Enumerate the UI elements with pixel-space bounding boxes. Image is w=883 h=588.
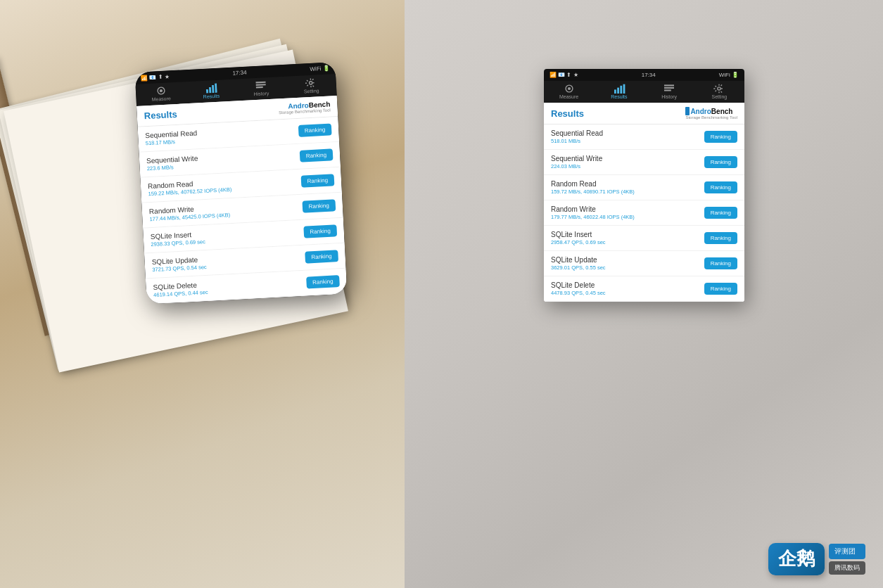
- right-status-right: WiFi 🔋: [719, 72, 739, 78]
- tencent-sub-2: 腾讯数码: [829, 561, 865, 575]
- left-ranking-btn-5[interactable]: Ranking: [305, 250, 338, 263]
- left-ranking-btn-0[interactable]: Ranking: [298, 123, 331, 136]
- svg-rect-18: [664, 89, 671, 91]
- right-result-row-1: Sequential Write 224.03 MB/s Ranking: [544, 150, 744, 175]
- right-status-bar: 📶 📧 ⬆ ★ 17:34 WiFi 🔋: [544, 69, 744, 81]
- left-phone: 📶 📧 ⬆ ★ 17:34 WiFi 🔋 Measure Results His…: [135, 62, 355, 305]
- left-nav-results[interactable]: Results: [186, 82, 236, 100]
- right-nav-measure-label: Measure: [559, 94, 578, 99]
- right-ranking-btn-4[interactable]: Ranking: [704, 232, 737, 244]
- left-nav-setting-label: Setting: [304, 88, 319, 94]
- right-results-title: Results: [551, 108, 584, 119]
- tencent-sub-logos: 评测团 腾讯数码: [829, 544, 865, 575]
- setting-icon: [305, 77, 318, 88]
- svg-point-19: [718, 87, 720, 90]
- left-ranking-btn-3[interactable]: Ranking: [302, 199, 336, 212]
- right-result-row-6: SQLite Delete 4478.93 QPS, 0.45 sec Rank…: [544, 276, 744, 302]
- left-status-left: 📶 📧 ⬆ ★: [141, 73, 170, 81]
- right-row-info-5: SQLite Update 3629.01 QPS, 0.55 sec: [551, 256, 606, 271]
- right-row-value-2: 159.72 MB/s, 40890.71 IOPS (4KB): [551, 188, 635, 195]
- right-result-row-3: Random Write 179.77 MB/s, 46022.48 IOPS …: [544, 200, 744, 226]
- right-row-value-0: 518.01 MB/s: [551, 138, 603, 144]
- right-nav-history-label: History: [661, 94, 677, 99]
- right-row-name-2: Random Read: [551, 180, 635, 188]
- right-ranking-btn-3[interactable]: Ranking: [704, 207, 737, 219]
- left-ranking-btn-1[interactable]: Ranking: [299, 148, 333, 162]
- svg-point-9: [310, 82, 312, 84]
- results-icon: [204, 83, 217, 94]
- right-setting-icon: [713, 84, 725, 94]
- svg-rect-12: [614, 89, 616, 94]
- left-nav-history-label: History: [253, 91, 269, 96]
- right-nav-setting-label: Setting: [711, 94, 727, 99]
- right-row-value-5: 3629.01 QPS, 0.55 sec: [551, 264, 606, 271]
- left-nav-setting[interactable]: Setting: [286, 77, 336, 95]
- left-row-info-2: Random Read 159.22 MB/s, 40762.52 IOPS (…: [148, 178, 232, 197]
- right-row-value-6: 4478.93 QPS, 0.45 sec: [551, 290, 606, 296]
- right-nav-history[interactable]: History: [644, 84, 694, 99]
- right-nav-setting[interactable]: Setting: [694, 84, 744, 99]
- right-result-row-5: SQLite Update 3629.01 QPS, 0.55 sec Rank…: [544, 251, 744, 276]
- right-logo-dot: [685, 107, 690, 115]
- left-ranking-btn-4[interactable]: Ranking: [303, 224, 337, 238]
- tencent-main-logo: 企鹅: [768, 543, 825, 575]
- right-row-info-6: SQLite Delete 4478.93 QPS, 0.45 sec: [551, 281, 606, 296]
- right-row-value-1: 224.03 MB/s: [551, 163, 602, 170]
- measure-icon: [154, 86, 167, 96]
- svg-rect-2: [206, 89, 208, 94]
- left-nav-history[interactable]: History: [236, 79, 286, 98]
- left-row-info-3: Random Write 177.44 MB/s, 45425.0 IOPS (…: [149, 203, 231, 222]
- right-status-left: 📶 📧 ⬆ ★: [550, 72, 578, 78]
- left-nav-measure[interactable]: Measure: [136, 84, 186, 103]
- right-history-icon: [663, 84, 675, 94]
- tencent-sub-1: 评测团: [829, 544, 865, 559]
- left-nav-measure-label: Measure: [151, 96, 171, 101]
- svg-rect-14: [620, 86, 622, 94]
- right-row-name-3: Random Write: [551, 205, 635, 213]
- right-ranking-btn-1[interactable]: Ranking: [704, 156, 737, 168]
- right-result-row-0: Sequential Read 518.01 MB/s Ranking: [544, 124, 744, 150]
- left-status-time: 17:34: [232, 70, 246, 77]
- right-ranking-btn-0[interactable]: Ranking: [704, 131, 737, 143]
- left-status-right: WiFi 🔋: [310, 65, 330, 72]
- right-status-time: 17:34: [642, 72, 656, 78]
- right-logo-name: AndroBench: [685, 107, 737, 115]
- svg-rect-5: [215, 84, 217, 93]
- right-row-value-4: 2958.47 QPS, 0.69 sec: [551, 239, 606, 245]
- svg-rect-6: [256, 82, 266, 84]
- right-row-name-6: SQLite Delete: [551, 281, 606, 289]
- right-row-name-1: Sequential Write: [551, 155, 602, 162]
- right-row-name-5: SQLite Update: [551, 256, 606, 264]
- right-row-info-3: Random Write 179.77 MB/s, 46022.48 IOPS …: [551, 205, 635, 220]
- right-logo-black: Bench: [711, 108, 733, 115]
- left-row-info-6: SQLite Delete 4619.14 QPS, 0.44 sec: [153, 281, 208, 298]
- left-logo: AndroBench Storage Benchmarking Tool: [279, 100, 331, 115]
- right-result-rows: Sequential Read 518.01 MB/s Ranking Sequ…: [544, 124, 744, 302]
- svg-rect-8: [256, 87, 263, 89]
- svg-point-11: [568, 87, 571, 90]
- left-results-title: Results: [144, 109, 177, 121]
- left-ranking-btn-2[interactable]: Ranking: [300, 174, 334, 187]
- svg-rect-17: [664, 87, 674, 89]
- left-row-info-4: SQLite Insert 2938.33 QPS, 0.69 sec: [151, 230, 206, 248]
- left-result-rows: Sequential Read 518.17 MB/s Ranking Sequ…: [138, 117, 348, 305]
- left-app-content: Results AndroBench Storage Benchmarking …: [136, 96, 347, 305]
- right-result-row-2: Random Read 159.72 MB/s, 40890.71 IOPS (…: [544, 175, 744, 200]
- left-ranking-btn-6[interactable]: Ranking: [306, 275, 340, 288]
- svg-rect-16: [664, 84, 674, 86]
- right-nav-measure[interactable]: Measure: [544, 84, 594, 99]
- svg-rect-15: [623, 84, 625, 94]
- right-result-row-4: SQLite Insert 2958.47 QPS, 0.69 sec Rank…: [544, 226, 744, 251]
- right-measure-icon: [563, 84, 576, 94]
- right-nav-results-label: Results: [611, 94, 627, 99]
- right-ranking-btn-5[interactable]: Ranking: [704, 257, 737, 269]
- right-ranking-btn-6[interactable]: Ranking: [704, 283, 737, 295]
- svg-point-1: [159, 89, 162, 92]
- left-nav-results-label: Results: [203, 94, 220, 99]
- right-panel: 📶 📧 ⬆ ★ 17:34 WiFi 🔋 Measure Results His…: [544, 69, 744, 302]
- svg-rect-13: [617, 88, 619, 94]
- right-nav-results[interactable]: Results: [594, 84, 644, 99]
- right-row-info-4: SQLite Insert 2958.47 QPS, 0.69 sec: [551, 231, 606, 245]
- right-row-info-0: Sequential Read 518.01 MB/s: [551, 129, 603, 144]
- right-ranking-btn-2[interactable]: Ranking: [704, 181, 737, 193]
